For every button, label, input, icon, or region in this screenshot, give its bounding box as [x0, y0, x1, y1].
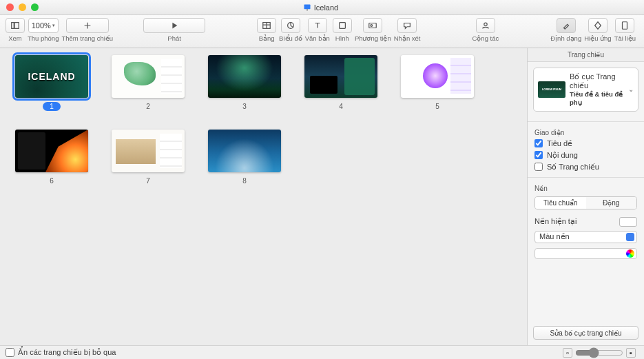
svg-rect-0: [304, 4, 310, 9]
comment-icon: [402, 21, 412, 30]
text-button[interactable]: [308, 18, 327, 33]
play-button[interactable]: [143, 18, 205, 33]
zoom-label: Thu phóng: [28, 34, 59, 42]
slide-thumbnail-7[interactable]: 7: [112, 130, 185, 185]
slide-layout-picker[interactable]: Bố cục Trang chiếu Tiêu đề & tiêu đề phụ…: [533, 68, 638, 112]
table-button[interactable]: [257, 18, 276, 33]
layout-preview-icon: [538, 81, 565, 98]
animate-button[interactable]: [588, 18, 607, 33]
slide-number-checkbox-row[interactable]: Số Trang chiếu: [528, 161, 644, 173]
svg-point-9: [484, 23, 487, 25]
view-label: Xem: [8, 34, 22, 42]
table-label: Bảng: [259, 34, 275, 42]
table-icon: [262, 21, 271, 30]
shape-icon: [337, 21, 347, 30]
current-background-row: Nền hiện tại: [528, 215, 644, 229]
chart-icon: [286, 21, 295, 30]
title-checkbox-label: Tiêu đề: [547, 139, 572, 148]
collaborate-icon: [481, 21, 490, 30]
background-fill-type-dropdown[interactable]: Màu nền: [534, 231, 637, 243]
slide-number-checkbox[interactable]: [534, 163, 543, 171]
media-button[interactable]: [363, 18, 382, 33]
slide-number-checkbox-label: Số Trang chiếu: [547, 163, 599, 172]
titlebar: Iceland: [0, 0, 644, 15]
appearance-heading: Giao diện: [528, 126, 644, 138]
thumbnail-size-small-icon[interactable]: ▫: [563, 348, 572, 358]
chart-button[interactable]: [281, 18, 300, 33]
slide-thumbnail-8[interactable]: 8: [208, 130, 281, 185]
svg-rect-6: [340, 23, 346, 29]
layout-caption: Bố cục Trang chiếu Tiêu đề & tiêu đề phụ: [570, 72, 624, 107]
document-label: Tài liệu: [614, 34, 636, 42]
shape-label: Hình: [335, 34, 349, 42]
chart-label: Biểu đồ: [279, 34, 302, 42]
toolbar: Xem 100% ▾ Thu phóng Thêm trang chiếu Ph…: [0, 15, 644, 48]
title-checkbox-row[interactable]: Tiêu đề: [528, 138, 644, 150]
svg-point-8: [371, 25, 373, 27]
add-slide-button[interactable]: [66, 18, 109, 33]
inspector-tab-slide[interactable]: Trang chiếu: [528, 48, 644, 62]
background-heading: Nền: [528, 182, 644, 194]
zoom-field[interactable]: 100% ▾: [28, 18, 59, 33]
document-button[interactable]: [615, 18, 634, 33]
slide-thumbnail-3[interactable]: 3: [208, 55, 281, 110]
color-wheel-icon[interactable]: [626, 249, 634, 258]
svg-rect-1: [307, 9, 308, 10]
document-icon: [620, 21, 630, 30]
inspector-panel: Trang chiếu Bố cục Trang chiếu Tiêu đề &…: [527, 48, 644, 345]
plus-icon: [83, 21, 92, 30]
format-label: Định dạng: [550, 34, 581, 42]
hide-skipped-label: Ẩn các trang chiếu bị bỏ qua: [18, 348, 116, 357]
media-label: Phương tiện: [355, 34, 391, 42]
brush-icon: [561, 21, 571, 30]
comment-label: Nhận xét: [394, 34, 421, 42]
body-checkbox-label: Nội dung: [547, 151, 578, 160]
play-label: Phát: [167, 34, 181, 42]
collaborate-button[interactable]: [476, 18, 495, 33]
diamond-icon: [593, 21, 603, 30]
current-background-colorwell[interactable]: [619, 217, 637, 227]
slide-thumbnail-6[interactable]: 6: [15, 130, 88, 185]
slide-thumbnail-4[interactable]: 4: [304, 55, 377, 110]
animate-label: Hiệu ứng: [584, 34, 611, 42]
chevron-down-icon: ⌄: [628, 85, 634, 93]
play-icon: [169, 21, 179, 30]
footer-bar: Ẩn các trang chiếu bị bỏ qua ▫ ▪: [0, 345, 644, 359]
body-checkbox-row[interactable]: Nội dung: [528, 150, 644, 161]
thumbnail-size-slider[interactable]: [575, 347, 623, 358]
text-label: Văn bản: [305, 34, 330, 42]
background-color-picker[interactable]: [534, 248, 637, 259]
shape-button[interactable]: [333, 18, 352, 33]
title-checkbox[interactable]: [534, 139, 543, 147]
collaborate-label: Cộng tác: [472, 34, 499, 42]
hide-skipped-checkbox[interactable]: [6, 348, 14, 357]
add-slide-label: Thêm trang chiếu: [61, 34, 113, 42]
media-icon: [368, 21, 377, 30]
background-dynamic-option[interactable]: Động: [586, 197, 637, 209]
slide-grid: 1 2 3 4 5 6 7 8: [3, 55, 524, 185]
minimize-window-button[interactable]: [19, 3, 26, 11]
svg-rect-10: [623, 22, 627, 30]
background-mode-segment[interactable]: Tiêu chuẩn Động: [534, 196, 637, 209]
svg-rect-2: [12, 23, 14, 29]
comment-button[interactable]: [397, 18, 417, 33]
window-title: Iceland: [39, 3, 603, 12]
slide-thumbnail-1[interactable]: 1: [15, 55, 88, 110]
text-icon: [313, 21, 322, 30]
view-button[interactable]: [6, 18, 25, 33]
background-standard-option[interactable]: Tiêu chuẩn: [535, 197, 586, 209]
thumbnail-size-large-icon[interactable]: ▪: [626, 348, 636, 358]
keynote-doc-icon: [303, 3, 311, 12]
slide-thumbnail-5[interactable]: 5: [401, 55, 474, 110]
format-button[interactable]: [557, 18, 576, 33]
edit-master-button[interactable]: Sửa bố cục trang chiếu: [533, 326, 638, 340]
window-controls: [0, 3, 39, 11]
close-window-button[interactable]: [6, 3, 14, 11]
main-area: 1 2 3 4 5 6 7 8 Trang chiếu Bố cục Trang…: [0, 48, 644, 345]
zoom-window-button[interactable]: [31, 3, 39, 11]
view-icon: [10, 21, 20, 30]
slide-thumbnail-2[interactable]: 2: [112, 55, 185, 110]
light-table[interactable]: 1 2 3 4 5 6 7 8: [0, 48, 527, 345]
svg-rect-3: [14, 23, 19, 29]
body-checkbox[interactable]: [534, 151, 543, 159]
